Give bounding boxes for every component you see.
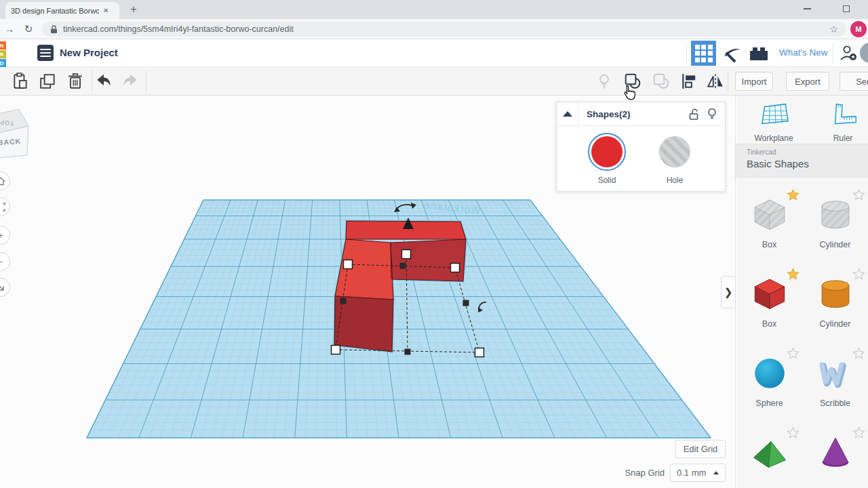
show-all-bulb-icon-disabled[interactable] bbox=[595, 73, 613, 90]
favorite-star-icon[interactable] bbox=[852, 347, 865, 363]
shape-item-sphere[interactable]: Sphere bbox=[743, 348, 797, 428]
align-icon[interactable] bbox=[680, 73, 698, 90]
delete-trash-icon[interactable] bbox=[66, 73, 84, 90]
scribble-icon bbox=[816, 352, 855, 392]
favorite-star-icon[interactable] bbox=[852, 190, 865, 204]
browser-avatar[interactable]: M bbox=[850, 21, 867, 37]
window-restore-button[interactable] bbox=[833, 0, 860, 18]
shape-label: Cylinder bbox=[808, 319, 863, 329]
shape-label: Box bbox=[743, 319, 797, 329]
solid-color-circle bbox=[591, 136, 623, 167]
unlock-icon[interactable] bbox=[689, 108, 699, 120]
bookmark-star-icon[interactable]: ☆ bbox=[829, 24, 838, 35]
view-cube-back-label: BACK bbox=[0, 137, 21, 146]
shapes-panel-title: Shapes(2) bbox=[587, 109, 689, 119]
hole-striped-circle bbox=[659, 136, 690, 167]
forward-icon[interactable]: → bbox=[0, 23, 19, 35]
invite-person-icon[interactable] bbox=[840, 45, 859, 62]
edit-grid-button[interactable]: Edit Grid bbox=[675, 440, 726, 458]
shapes-panel-header: Shapes(2) bbox=[557, 102, 725, 126]
window-minimize-button[interactable] bbox=[793, 0, 821, 18]
user-avatar[interactable] bbox=[860, 43, 868, 63]
favorite-star-icon[interactable] bbox=[852, 268, 865, 283]
panel-collapse-button[interactable] bbox=[557, 102, 578, 126]
category-kicker: Tinkercad bbox=[747, 148, 868, 156]
export-button[interactable]: Export bbox=[786, 72, 829, 91]
mirror-flip-icon[interactable] bbox=[707, 73, 724, 90]
new-tab-button[interactable]: + bbox=[126, 3, 141, 16]
tinkercad-logo[interactable]: N R D bbox=[0, 41, 6, 68]
url-field[interactable]: tinkercad.com/things/5sm4mIri4yl-fantast… bbox=[42, 22, 846, 37]
edit-toolbar: Import Export Send T bbox=[0, 67, 868, 96]
shape-category-dropdown[interactable]: Tinkercad Basic Shapes bbox=[734, 144, 868, 178]
workplane-tool-icon bbox=[758, 101, 789, 128]
url-text: tinkercad.com/things/5sm4mIri4yl-fantast… bbox=[63, 24, 829, 34]
box-striped-icon bbox=[750, 194, 789, 233]
view-cube[interactable]: TOP BACK bbox=[0, 109, 28, 159]
box-red-icon bbox=[750, 273, 789, 312]
whats-new-link[interactable]: What's New bbox=[779, 47, 828, 58]
browser-tab[interactable]: 3D design Fantastic Borwo-Curca ✕ bbox=[5, 2, 119, 19]
shape-gallery: BoxCylinderBoxCylinderSphereScribble bbox=[736, 190, 868, 488]
hole-swatch[interactable] bbox=[656, 133, 694, 171]
solid-swatch-selected[interactable] bbox=[588, 133, 626, 171]
view-cube-top-label: TOP bbox=[0, 119, 14, 127]
ruler-tool[interactable]: Ruler bbox=[812, 101, 868, 143]
redo-icon-disabled[interactable] bbox=[121, 73, 139, 90]
category-title: Basic Shapes bbox=[747, 158, 868, 169]
cone-purple-icon bbox=[816, 432, 855, 471]
roof-green-icon bbox=[750, 432, 789, 471]
browser-address-bar: → ↻ tinkercad.com/things/5sm4mIri4yl-fan… bbox=[0, 19, 868, 39]
workplane-tool[interactable]: Workplane bbox=[743, 101, 804, 143]
favorite-star-icon[interactable] bbox=[852, 426, 865, 442]
snap-grid-dropdown[interactable]: 0.1 mm bbox=[670, 464, 726, 482]
favorite-star-icon[interactable] bbox=[787, 190, 800, 204]
shape-label: Scribble bbox=[808, 399, 863, 408]
project-title[interactable]: New Project bbox=[60, 47, 118, 58]
shape-item-cylinder-orange[interactable]: Cylinder bbox=[808, 269, 863, 348]
tab-close-icon[interactable]: ✕ bbox=[103, 7, 108, 14]
caret-up-icon bbox=[713, 471, 719, 474]
shape-label: Sphere bbox=[743, 399, 797, 408]
shapes-panel-body: Solid Hole bbox=[557, 126, 725, 185]
undo-icon[interactable] bbox=[95, 73, 113, 90]
cylinder-striped-icon bbox=[816, 194, 855, 233]
triangle-up-icon bbox=[563, 111, 572, 117]
tinkercad-header: N R D New Project What's New bbox=[0, 39, 868, 67]
shape-item-box-striped[interactable]: Box bbox=[743, 190, 797, 269]
mouse-hand-cursor bbox=[622, 85, 636, 101]
shapes-inspector-panel: Shapes(2) Solid Hole bbox=[556, 102, 726, 192]
shape-item-cylinder-striped[interactable]: Cylinder bbox=[808, 190, 863, 269]
tab-title: 3D design Fantastic Borwo-Curca bbox=[11, 7, 99, 15]
3d-design-mode-button[interactable] bbox=[691, 41, 716, 66]
import-button[interactable]: Import bbox=[735, 72, 773, 91]
shape-label: Box bbox=[743, 240, 797, 249]
hole-label: Hole bbox=[656, 176, 694, 185]
design-menu-icon[interactable] bbox=[37, 45, 54, 61]
visibility-bulb-icon[interactable] bbox=[707, 108, 717, 121]
shape-item-scribble[interactable]: Scribble bbox=[808, 348, 863, 428]
cylinder-orange-icon bbox=[816, 273, 855, 312]
reload-icon[interactable]: ↻ bbox=[19, 23, 38, 35]
paste-icon[interactable] bbox=[12, 73, 29, 90]
solid-label: Solid bbox=[588, 176, 626, 185]
favorite-star-icon[interactable] bbox=[787, 268, 800, 283]
shape-item-cone-purple[interactable] bbox=[808, 428, 863, 488]
lego-brick-icon[interactable] bbox=[749, 46, 769, 61]
sphere-icon bbox=[750, 352, 789, 392]
shape-item-roof-green[interactable] bbox=[743, 428, 797, 488]
sidebar-collapse-chevron[interactable]: ❯ bbox=[721, 276, 736, 308]
snap-grid-value: 0.1 mm bbox=[677, 468, 713, 478]
minecraft-pickaxe-icon[interactable] bbox=[721, 45, 743, 64]
favorite-star-icon[interactable] bbox=[787, 426, 800, 442]
ruler-tool-icon bbox=[827, 101, 859, 128]
browser-tab-strip: 3D design Fantastic Borwo-Curca ✕ + bbox=[0, 0, 868, 19]
snap-grid-label: Snap Grid bbox=[614, 468, 665, 478]
shape-item-box-red[interactable]: Box bbox=[743, 269, 797, 348]
shape-library-sidebar: Workplane Ruler Tinkercad Basic Shapes B… bbox=[736, 96, 868, 488]
duplicate-icon[interactable] bbox=[39, 73, 57, 90]
favorite-star-icon[interactable] bbox=[787, 347, 800, 363]
ungroup-icon-disabled[interactable] bbox=[652, 73, 670, 90]
send-to-button[interactable]: Send T bbox=[840, 72, 868, 91]
shape-label: Cylinder bbox=[808, 240, 863, 249]
